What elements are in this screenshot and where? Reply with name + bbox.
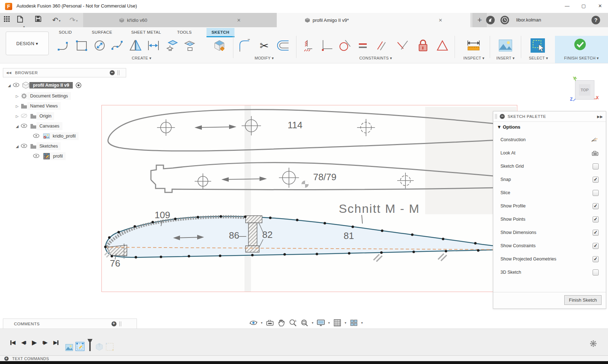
- modify-group-label[interactable]: MODIFY ▾: [255, 56, 274, 62]
- sketch-mirror-icon[interactable]: [128, 37, 143, 54]
- midpoint-constraint-icon[interactable]: [394, 37, 410, 54]
- browser-panel-header[interactable]: ◀◀ BROWSER −: [3, 68, 126, 77]
- fit-icon[interactable]: [300, 318, 309, 327]
- collapsed-triangle-icon[interactable]: ▷: [16, 114, 21, 118]
- user-account-menu[interactable]: libor.kolman: [516, 17, 541, 23]
- fix-constraint-icon[interactable]: [301, 37, 317, 54]
- show-projected-geometries-checkbox[interactable]: [593, 256, 599, 262]
- save-icon[interactable]: [35, 16, 44, 25]
- palette-row-show-constraints[interactable]: Show Constraints: [500, 241, 599, 250]
- show-points-checkbox[interactable]: [593, 216, 599, 222]
- timeline-canvas-feature-icon[interactable]: [65, 344, 73, 351]
- palette-row-construction[interactable]: Construction: [500, 135, 599, 144]
- timeline-playhead-marker[interactable]: [87, 339, 93, 351]
- browser-item-label[interactable]: Origin: [37, 112, 54, 120]
- create-group-label[interactable]: CREATE ▾: [132, 56, 152, 62]
- visibility-eye-icon[interactable]: [21, 144, 28, 149]
- fit-caret[interactable]: ▼: [311, 321, 314, 325]
- slice-checkbox[interactable]: [593, 190, 599, 196]
- skip-to-start-icon[interactable]: ◀: [9, 338, 17, 347]
- comments-resize-grip[interactable]: [119, 321, 121, 326]
- constraints-group-label[interactable]: CONSTRAINTS ▾: [359, 56, 392, 62]
- browser-item-label[interactable]: kridlo_profil: [50, 132, 79, 140]
- file-menu-icon[interactable]: ▼: [17, 16, 31, 25]
- undo-icon[interactable]: ↶▼: [49, 16, 64, 25]
- browser-item-label[interactable]: profil: [50, 152, 66, 160]
- browser-root-row[interactable]: ◢ profil Amigo II v9: [8, 81, 81, 90]
- construction-line-icon[interactable]: [591, 137, 599, 143]
- insert-group-label[interactable]: INSERT ▾: [497, 56, 515, 62]
- browser-item-label[interactable]: Sketches: [37, 142, 61, 150]
- browser-item-document-settings[interactable]: ▷ Document Settings: [16, 92, 71, 100]
- palette-row-show-dimensions[interactable]: Show Dimensions: [500, 228, 599, 237]
- browser-item-origin[interactable]: ▷ Origin: [16, 112, 54, 120]
- skip-to-end-icon[interactable]: ▶: [52, 338, 60, 347]
- palette-row-show-profile[interactable]: Show Profile: [500, 201, 599, 211]
- palette-minimize-icon[interactable]: −: [500, 114, 505, 119]
- ribbon-tab-solid[interactable]: SOLID: [54, 28, 77, 36]
- palette-row-show-projected[interactable]: Show Projected Geometries: [500, 254, 599, 264]
- browser-item-named-views[interactable]: ▷ Named Views: [16, 102, 61, 110]
- display-caret[interactable]: ▼: [328, 321, 331, 325]
- step-forward-icon[interactable]: ▶: [41, 338, 49, 347]
- show-profile-checkbox[interactable]: [593, 203, 599, 209]
- browser-resize-grip[interactable]: [118, 70, 119, 75]
- text-commands-bar[interactable]: + TEXT COMMANDS: [0, 355, 608, 361]
- palette-options-section[interactable]: ▼ Options: [497, 124, 521, 130]
- grid-caret[interactable]: ▼: [344, 321, 347, 325]
- ribbon-tab-tools[interactable]: TOOLS: [172, 28, 197, 36]
- ribbon-tab-sheet-metal[interactable]: SHEET METAL: [126, 28, 166, 36]
- palette-drag-grip[interactable]: [495, 114, 497, 119]
- timeline-settings-gear-icon[interactable]: [589, 340, 597, 348]
- zoom-icon[interactable]: ±: [288, 318, 298, 327]
- viewports-icon[interactable]: [349, 318, 358, 327]
- sketch-point-marker[interactable]: [301, 181, 309, 188]
- insert-image-icon[interactable]: [498, 37, 513, 54]
- inspect-group-label[interactable]: INSPECT ▾: [464, 56, 485, 62]
- 3d-sketch-checkbox[interactable]: [593, 269, 599, 276]
- ribbon-tab-sketch[interactable]: SKETCH: [206, 28, 234, 37]
- expand-triangle-icon[interactable]: ◢: [16, 124, 21, 128]
- viewports-caret[interactable]: ▼: [361, 321, 364, 325]
- collapsed-triangle-icon[interactable]: ▷: [16, 104, 21, 108]
- extensions-icon[interactable]: [486, 16, 495, 24]
- expand-text-commands-icon[interactable]: +: [4, 356, 9, 361]
- play-icon[interactable]: ▶: [30, 338, 39, 347]
- finish-sketch-palette-button[interactable]: Finish Sketch: [564, 295, 602, 305]
- expand-triangle-icon[interactable]: ◢: [8, 83, 13, 87]
- sketch-grid-checkbox[interactable]: [593, 163, 599, 169]
- orbit-caret[interactable]: ▼: [260, 321, 263, 325]
- snap-checkbox[interactable]: [593, 177, 599, 183]
- design-canvas[interactable]: 114 78/79 Schnitt M - M: [101, 105, 517, 292]
- show-dimensions-checkbox[interactable]: [593, 230, 599, 236]
- collapse-browser-icon[interactable]: ◀◀: [6, 71, 11, 75]
- finish-sketch-check-icon[interactable]: [574, 38, 586, 51]
- palette-row-3d-sketch[interactable]: 3D Sketch: [500, 268, 599, 277]
- parallel-constraint-icon[interactable]: [373, 37, 389, 54]
- job-status-clock-icon[interactable]: [500, 16, 509, 24]
- symmetry-constraint-icon[interactable]: [434, 37, 450, 54]
- look-at-icon[interactable]: [265, 318, 275, 327]
- select-icon[interactable]: [530, 37, 546, 54]
- root-component-label[interactable]: profil Amigo II v9: [29, 82, 73, 88]
- workspace-design-menu[interactable]: DESIGN ▾: [6, 32, 49, 55]
- browser-item-label[interactable]: Document Settings: [27, 92, 71, 100]
- offset-icon[interactable]: [275, 37, 291, 54]
- maximize-button[interactable]: ▢: [576, 0, 592, 12]
- app-grid-menu-icon[interactable]: [4, 16, 13, 25]
- pan-icon[interactable]: [277, 318, 286, 327]
- close-button[interactable]: ✕: [592, 0, 608, 12]
- finish-sketch-label[interactable]: FINISH SKETCH ▾: [564, 56, 599, 62]
- trim-icon[interactable]: ✂: [256, 37, 272, 54]
- close-tab-icon[interactable]: ✕: [438, 18, 442, 23]
- visibility-eye-icon[interactable]: [33, 134, 40, 139]
- show-constraints-checkbox[interactable]: [593, 243, 599, 249]
- browser-item-profil-sketch[interactable]: profil: [33, 152, 66, 161]
- browser-item-kridlo-profil[interactable]: kridlo_profil: [33, 132, 79, 140]
- browser-item-label[interactable]: Named Views: [27, 102, 61, 110]
- collapsed-triangle-icon[interactable]: ▷: [16, 94, 21, 98]
- browser-minimize-icon[interactable]: −: [110, 70, 115, 75]
- palette-row-slice[interactable]: Slice: [500, 188, 599, 197]
- visibility-eye-off-icon[interactable]: [21, 114, 28, 119]
- add-comment-icon[interactable]: +: [111, 321, 117, 326]
